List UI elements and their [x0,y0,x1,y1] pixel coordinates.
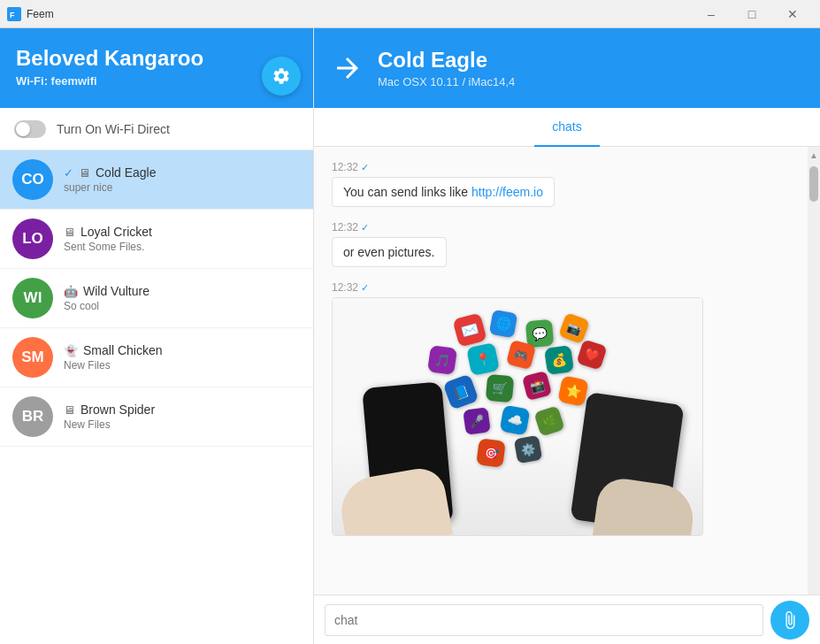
avatar: BR [12,396,53,437]
svg-text:F: F [10,11,15,19]
contact-sub: So cool [64,300,301,312]
contact-name: Small Chicken [83,343,162,357]
minimize-button[interactable]: – [691,0,732,28]
msg-bubble: or even pictures. [332,237,447,267]
main-layout: Beloved Kangaroo Wi-Fi: feemwifi Turn On… [0,28,820,644]
close-button[interactable]: ✕ [772,0,813,28]
avatar: CO [12,159,53,200]
message-group: 12:32 ✓ You can send links like http://f… [332,161,790,207]
settings-button[interactable] [262,57,301,96]
user-name: Beloved Kangaroo [16,46,297,71]
app-icons-image: ✉️ 🌐 💬 📷 🎵 📍 🎮 💰 ❤️ 📘 🛒 [333,298,702,535]
message-group-image: 12:32 ✓ [332,281,790,540]
msg-time: 12:32 ✓ [332,221,790,234]
wifi-direct-row: Turn On Wi-Fi Direct [0,108,313,150]
avatar: SM [12,337,53,378]
chat-input[interactable] [325,604,763,636]
chat-header-info: Cold Eagle Mac OSX 10.11 / iMac14,4 [378,48,515,88]
contact-info: 🤖 Wild Vulture So cool [64,284,301,312]
contact-item[interactable]: WI 🤖 Wild Vulture So cool [0,269,313,328]
contact-list: CO ✓ 🖥 Cold Eagle super nice LO 🖥 Loyal … [0,150,313,644]
device-icon: 🖥 [64,403,75,417]
contact-item[interactable]: CO ✓ 🖥 Cold Eagle super nice [0,150,313,210]
device-icon: 🖥 [79,166,90,180]
chat-header: Cold Eagle Mac OSX 10.11 / iMac14,4 [314,28,820,108]
tab-chats[interactable]: chats [534,108,599,147]
wifi-direct-toggle[interactable] [14,120,46,138]
window-controls: – □ ✕ [691,0,813,28]
contact-item[interactable]: LO 🖥 Loyal Cricket Sent Some Files. [0,210,313,269]
device-icon: 👻 [64,344,78,357]
contact-info: 🖥 Loyal Cricket Sent Some Files. [64,225,301,253]
contact-sub: New Files [64,359,301,372]
arrow-icon [332,52,364,84]
msg-bubble: You can send links like http://feem.io [332,177,555,207]
contact-item[interactable]: SM 👻 Small Chicken New Files [0,328,313,387]
device-icon: 🤖 [64,285,78,298]
msg-time: 12:32 ✓ [332,161,790,173]
feem-link[interactable]: http://feem.io [471,185,543,199]
contact-info: 👻 Small Chicken New Files [64,343,301,372]
tick-icon: ✓ [361,282,369,293]
tick-icon: ✓ [361,222,369,233]
peer-name: Cold Eagle [378,48,515,73]
contact-sub: New Files [64,418,301,431]
contact-name: Wild Vulture [83,284,149,298]
scroll-thumb[interactable] [809,166,818,202]
device-icon: 🖥 [64,226,75,239]
chat-input-row [314,594,820,644]
wifi-info: Wi-Fi: feemwifi [16,74,297,88]
contact-name: Loyal Cricket [80,225,152,239]
contact-info: ✓ 🖥 Cold Eagle super nice [64,165,301,194]
msg-time: 12:32 ✓ [332,281,790,294]
contact-name: Cold Eagle [96,165,157,180]
messages-area: 12:32 ✓ You can send links like http://f… [314,147,808,594]
chat-panel: Cold Eagle Mac OSX 10.11 / iMac14,4 chat… [314,28,820,644]
titlebar: F Feem – □ ✕ [0,0,820,28]
check-mark: ✓ [64,166,73,180]
image-message[interactable]: ✉️ 🌐 💬 📷 🎵 📍 🎮 💰 ❤️ 📘 🛒 [332,297,703,536]
app-icon: F [7,7,21,21]
contact-sub: super nice [64,181,301,194]
maximize-button[interactable]: □ [732,0,772,28]
tabs-bar: chats [314,108,820,147]
contact-info: 🖥 Brown Spider New Files [64,402,301,431]
tick-icon: ✓ [361,162,369,172]
sidebar: Beloved Kangaroo Wi-Fi: feemwifi Turn On… [0,28,314,644]
message-group: 12:32 ✓ or even pictures. [332,221,790,267]
sidebar-header: Beloved Kangaroo Wi-Fi: feemwifi [0,28,313,108]
contact-name: Brown Spider [80,402,155,417]
scrollbar[interactable]: ▲ [808,147,820,594]
avatar: WI [12,278,53,318]
contact-sub: Sent Some Files. [64,241,301,253]
peer-sub: Mac OSX 10.11 / iMac14,4 [378,75,515,88]
wifi-direct-label: Turn On Wi-Fi Direct [57,122,170,136]
attach-button[interactable] [770,601,809,640]
avatar: LO [12,218,53,259]
scroll-up-arrow[interactable]: ▲ [808,147,820,163]
app-title: Feem [27,8,691,20]
contact-item[interactable]: BR 🖥 Brown Spider New Files [0,387,313,447]
